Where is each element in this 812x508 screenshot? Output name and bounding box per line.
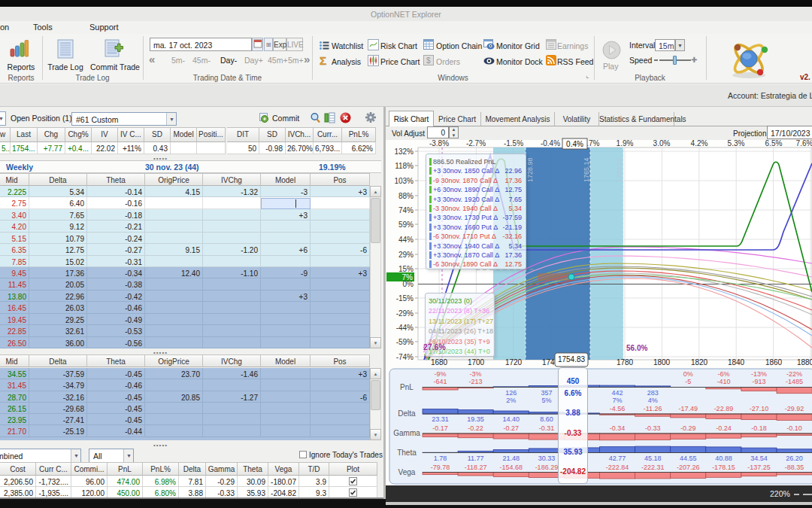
svg-text:44.55: 44.55 [680,455,697,462]
svg-text:-3%: -3% [470,370,482,378]
svg-text:29%: 29% [398,251,414,259]
svg-text:45.18: 45.18 [644,455,662,462]
svg-text:11.77: 11.77 [468,455,484,462]
svg-text:56.0%: 56.0% [626,344,647,352]
svg-text:-0.24: -0.24 [716,424,732,432]
svg-text:-0.34: -0.34 [610,424,626,432]
svg-text:-222.31: -222.31 [641,464,665,471]
svg-text:-9%: -9% [434,370,446,378]
svg-text:-15%: -15% [396,294,414,303]
svg-text:-1485: -1485 [786,378,803,385]
svg-text:-154.68: -154.68 [500,464,523,471]
svg-text:19.35: 19.35 [467,415,484,423]
svg-text:4%: 4% [648,397,658,404]
svg-text:1765.14: 1765.14 [583,157,590,182]
svg-text:-1.5%: -1.5% [504,139,523,148]
svg-text:Gamma: Gamma [393,429,420,437]
svg-text:1754.83: 1754.83 [558,355,586,364]
svg-text:30.33: 30.33 [538,455,556,462]
svg-text:2%: 2% [506,397,516,404]
svg-text:126: 126 [505,389,517,397]
svg-text:-3.8%: -3.8% [429,139,449,148]
svg-text:88%: 88% [398,192,414,200]
svg-text:15%: 15% [398,265,414,273]
svg-text:34.54: 34.54 [750,455,768,462]
svg-text:283: 283 [647,389,659,397]
svg-text:8.60: 8.60 [540,415,553,423]
svg-text:-178.15: -178.15 [712,464,735,471]
svg-text:442: 442 [611,389,623,397]
svg-text:132%: 132% [394,148,414,156]
svg-text:5%: 5% [541,397,551,404]
svg-text:Σ: Σ [320,55,326,66]
svg-text:-137.25: -137.25 [747,464,771,471]
svg-text:7.6%: 7.6% [796,139,812,148]
svg-text:-0.17: -0.17 [432,424,448,432]
svg-text:-88.35: -88.35 [785,464,804,471]
svg-text:23.31: 23.31 [432,415,449,423]
svg-text:-29%: -29% [396,309,414,318]
svg-text:-74%: -74% [396,353,414,361]
svg-text:-2.7%: -2.7% [466,139,486,148]
svg-text:26.20: 26.20 [786,455,803,462]
svg-text:5.3%: 5.3% [728,139,745,148]
svg-text:1728.98: 1728.98 [526,157,534,182]
svg-text:0%: 0% [683,370,693,378]
svg-text:-0.4%: -0.4% [541,139,560,148]
svg-text:0%: 0% [403,280,414,288]
svg-text:-11.26: -11.26 [644,405,662,412]
svg-text:-5: -5 [685,378,691,385]
svg-text:-0.29: -0.29 [680,424,696,432]
svg-text:-913: -913 [752,378,765,385]
svg-text:21.48: 21.48 [503,455,520,462]
svg-text:1783.22: 1783.22 [616,157,623,182]
svg-text:-222.84: -222.84 [606,464,629,471]
svg-text:-22%: -22% [786,370,802,378]
svg-text:-27.10: -27.10 [750,405,769,412]
svg-text:v2.: v2. [800,73,810,81]
svg-text:-410: -410 [717,378,730,385]
svg-text:-641: -641 [433,378,447,385]
svg-text:3.0%: 3.0% [653,139,671,148]
svg-text:0.4%: 0.4% [566,140,583,148]
svg-text:40.88: 40.88 [715,455,732,462]
svg-text:-22.89: -22.89 [714,405,734,412]
svg-text:$: $ [426,56,431,65]
svg-text:6.5%: 6.5% [765,139,783,148]
svg-text:-0.10: -0.10 [786,424,802,432]
svg-text:-59%: -59% [396,338,414,346]
svg-text:1.78: 1.78 [434,455,447,462]
svg-text:42.77: 42.77 [609,455,626,462]
svg-text:4.2%: 4.2% [691,139,708,148]
svg-text:-6%: -6% [717,370,729,378]
svg-text:-0.31: -0.31 [539,424,555,432]
svg-text:7%: 7% [612,397,622,404]
svg-text:Theta: Theta [397,449,417,457]
svg-text:-118.27: -118.27 [465,464,487,471]
svg-text:-4.56: -4.56 [610,405,626,412]
svg-text:PnL: PnL [400,383,414,391]
svg-text:1.9%: 1.9% [617,139,634,148]
svg-text:-29.92: -29.92 [785,405,804,412]
svg-text:-0.33: -0.33 [645,424,661,432]
svg-text:-13%: -13% [751,370,767,378]
svg-text:-213: -213 [469,378,483,385]
svg-text:-17.49: -17.49 [678,405,698,412]
svg-text:-44%: -44% [396,324,414,332]
svg-text:14.40: 14.40 [503,415,520,423]
svg-text:-79.78: -79.78 [431,464,450,471]
svg-text:74%: 74% [398,206,414,214]
svg-text:-0.27: -0.27 [504,424,520,432]
svg-text:357: 357 [541,389,552,397]
svg-text:-0.22: -0.22 [468,424,483,432]
svg-text:Delta: Delta [398,409,416,418]
svg-text:Vega: Vega [398,468,416,476]
svg-text:-0.18: -0.18 [751,424,767,432]
svg-text:59%: 59% [398,221,414,229]
svg-text:-186.29: -186.29 [535,464,559,471]
svg-text:118%: 118% [395,162,414,170]
svg-text:-207.26: -207.26 [677,464,700,471]
svg-text:44%: 44% [398,236,414,244]
svg-text:103%: 103% [394,177,414,185]
